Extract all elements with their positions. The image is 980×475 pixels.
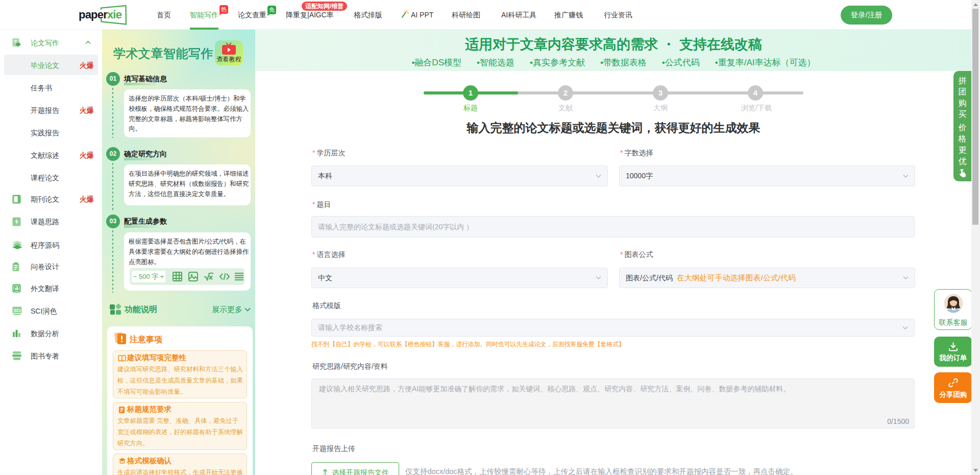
svg-text:译: 译 (14, 286, 19, 291)
svg-text:SCI: SCI (13, 308, 20, 313)
